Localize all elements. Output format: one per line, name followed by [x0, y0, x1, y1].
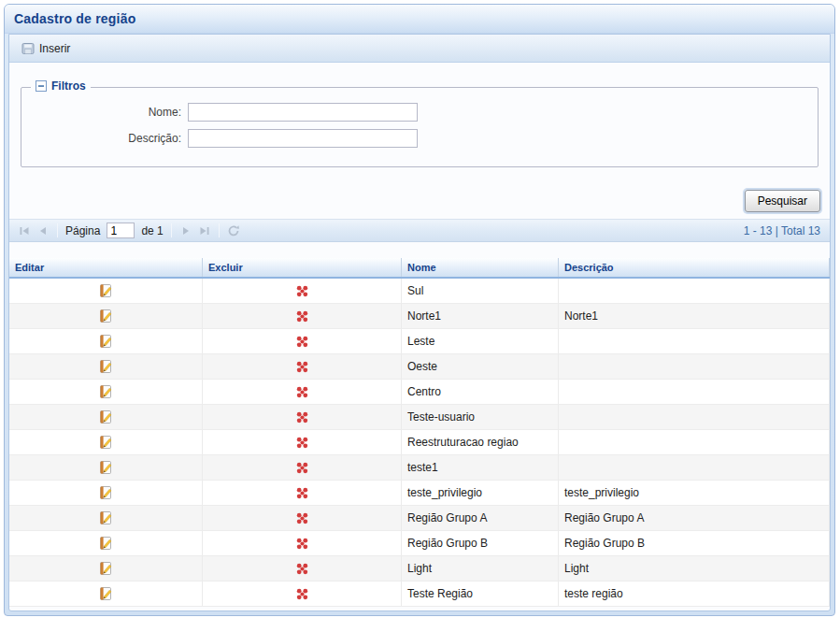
nome-cell: Leste [402, 329, 559, 353]
descricao-cell: Norte1 [559, 304, 830, 328]
delete-red-cross-icon[interactable] [296, 538, 308, 550]
edit-notepad-pencil-icon[interactable] [98, 485, 113, 500]
excluir-cell [203, 556, 402, 581]
search-button-row: Pesquisar [9, 190, 820, 212]
editar-cell [9, 380, 203, 404]
nome-cell: Centro [402, 380, 559, 404]
grid-body: Sul Norte1 Norte1 [9, 279, 830, 607]
last-page-icon[interactable] [196, 223, 213, 239]
editar-cell [9, 304, 203, 328]
descricao-cell: Região Grupo A [559, 506, 830, 530]
nome-cell: Sul [402, 279, 559, 303]
refresh-icon[interactable] [225, 223, 242, 239]
excluir-cell [203, 506, 402, 530]
column-header-editar[interactable]: Editar [9, 258, 203, 277]
excluir-cell [203, 531, 402, 555]
descricao-cell [559, 430, 830, 454]
nome-cell: Teste-usuario [402, 405, 559, 429]
table-row: Sul [9, 279, 830, 304]
page-title: Cadastro de região [14, 11, 135, 26]
delete-red-cross-icon[interactable] [296, 310, 308, 323]
table-row: Região Grupo A Região Grupo A [9, 506, 830, 531]
next-page-icon[interactable] [178, 223, 194, 239]
nome-cell: teste1 [402, 455, 559, 480]
delete-red-cross-icon[interactable] [296, 563, 308, 575]
page-label: Página [65, 224, 100, 237]
nome-input[interactable] [188, 103, 418, 122]
table-row: Teste-usuario [9, 405, 830, 430]
descricao-cell [559, 329, 830, 353]
excluir-cell [203, 481, 402, 505]
paging-separator [57, 223, 58, 237]
editar-cell [9, 354, 203, 379]
edit-notepad-pencil-icon[interactable] [98, 561, 113, 576]
column-header-nome[interactable]: Nome [402, 258, 559, 277]
prev-page-icon[interactable] [35, 223, 51, 239]
table-row: teste_privilegio teste_privilegio [9, 481, 830, 506]
editar-cell [9, 430, 203, 454]
edit-notepad-pencil-icon[interactable] [98, 435, 113, 450]
disk-icon [21, 42, 35, 55]
top-toolbar: Inserir [9, 35, 830, 63]
insert-button[interactable]: Inserir [14, 38, 78, 59]
nome-cell: Norte1 [402, 304, 559, 328]
delete-red-cross-icon[interactable] [296, 437, 308, 449]
nome-field-row: Nome: [21, 103, 818, 122]
delete-red-cross-icon[interactable] [296, 462, 308, 474]
delete-red-cross-icon[interactable] [296, 487, 308, 499]
delete-red-cross-icon[interactable] [296, 411, 308, 424]
filters-fieldset: Filtros Nome: Descrição: [21, 87, 819, 167]
filters-legend: Filtros [31, 79, 91, 93]
edit-notepad-pencil-icon[interactable] [98, 536, 113, 551]
excluir-cell [203, 304, 402, 328]
nome-cell: teste_privilegio [402, 481, 559, 505]
first-page-icon[interactable] [16, 223, 33, 239]
excluir-cell [203, 405, 402, 429]
edit-notepad-pencil-icon[interactable] [98, 359, 113, 374]
editar-cell [9, 556, 203, 581]
nome-cell: Região Grupo A [402, 506, 559, 530]
delete-red-cross-icon[interactable] [296, 588, 308, 600]
edit-notepad-pencil-icon[interactable] [98, 510, 113, 525]
excluir-cell [203, 455, 402, 480]
edit-notepad-pencil-icon[interactable] [98, 384, 113, 399]
column-header-excluir[interactable]: Excluir [203, 258, 402, 277]
edit-notepad-pencil-icon[interactable] [98, 283, 113, 298]
table-row: teste1 [9, 455, 830, 481]
delete-red-cross-icon[interactable] [296, 285, 308, 297]
excluir-cell [203, 582, 402, 606]
regions-grid: Editar Excluir Nome Descrição [9, 258, 830, 610]
content-area: Filtros Nome: Descrição: Pesquisar [9, 63, 830, 610]
filters-legend-label: Filtros [51, 79, 86, 93]
editar-cell [9, 279, 203, 303]
record-count-summary: 1 - 13 | Total 13 [744, 224, 824, 237]
nome-cell: Reestruturacao regiao [402, 430, 559, 454]
search-button[interactable]: Pesquisar [745, 190, 820, 212]
delete-red-cross-icon[interactable] [296, 336, 308, 348]
page-number-input[interactable] [107, 223, 135, 238]
descricao-cell [559, 405, 830, 429]
collapse-minus-icon[interactable] [36, 80, 47, 92]
descricao-cell [559, 455, 830, 480]
page-of-label: de 1 [141, 224, 163, 237]
paging-separator [219, 223, 220, 237]
edit-notepad-pencil-icon[interactable] [98, 460, 113, 475]
nome-cell: Teste Região [402, 582, 559, 606]
delete-red-cross-icon[interactable] [296, 386, 308, 398]
column-header-descricao[interactable]: Descrição [559, 258, 830, 277]
editar-cell [9, 531, 203, 555]
descricao-input[interactable] [188, 129, 418, 148]
delete-red-cross-icon[interactable] [296, 512, 308, 524]
edit-notepad-pencil-icon[interactable] [98, 309, 113, 323]
editar-cell [9, 329, 203, 353]
edit-notepad-pencil-icon[interactable] [98, 586, 113, 601]
descricao-field-row: Descrição: [21, 129, 818, 148]
editar-cell [9, 506, 203, 530]
nome-cell: Região Grupo B [402, 531, 559, 555]
window-body: Inserir Filtros Nome: [8, 34, 831, 611]
delete-red-cross-icon[interactable] [296, 361, 308, 373]
edit-notepad-pencil-icon[interactable] [98, 334, 113, 349]
table-row: Oeste [9, 354, 830, 380]
descricao-cell [559, 380, 830, 404]
edit-notepad-pencil-icon[interactable] [98, 409, 113, 424]
